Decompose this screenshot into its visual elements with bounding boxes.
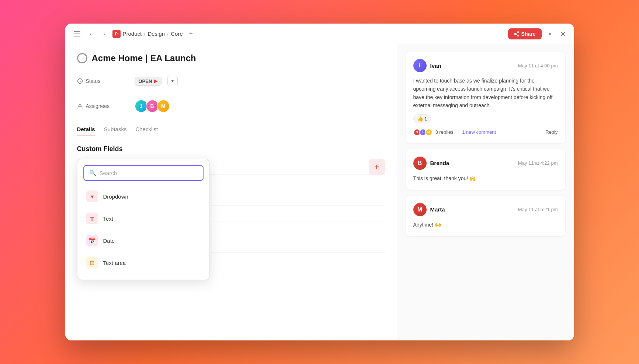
status-badge[interactable]: OPEN ▶	[135, 77, 162, 86]
comment-name-marta: Marta	[430, 206, 445, 213]
svg-rect-0	[74, 31, 80, 32]
assignees-icon	[77, 103, 83, 109]
svg-line-6	[515, 32, 517, 34]
comments-panel: I Ivan May 11 at 4:00 pm I wanted to tou…	[397, 44, 574, 340]
tab-bar-right: Share	[508, 28, 568, 39]
add-tab-button[interactable]: +	[186, 29, 196, 39]
status-row: Status OPEN ▶ ▾	[77, 72, 385, 90]
status-chevron[interactable]: ▾	[167, 76, 178, 86]
share-icon	[514, 31, 519, 36]
comment-header-brenda: B Brenda May 11 at 4:22 pm	[413, 157, 558, 170]
tab-checklist[interactable]: Checklist	[135, 122, 158, 136]
picker-item-textarea[interactable]: ⊟ Text area	[83, 252, 204, 274]
svg-point-5	[514, 33, 516, 35]
add-field-button[interactable]: +	[369, 159, 385, 175]
avatar-marta: M	[413, 203, 427, 216]
svg-line-7	[515, 34, 517, 35]
replies-count-ivan: 3 replies	[435, 129, 454, 135]
comment-footer-ivan: B I M 3 replies · 1 new comment Reply	[413, 129, 558, 136]
breadcrumb-core[interactable]: Core	[171, 31, 183, 37]
status-icon	[77, 78, 83, 84]
product-logo: P	[112, 30, 121, 38]
main-content: Acme Home | EA Launch Status OPEN ▶ ▾	[65, 44, 574, 340]
assignees-row: Assignees J B M	[77, 96, 385, 116]
assignees-label: Assignees	[77, 103, 129, 109]
comment-author-brenda: B Brenda	[413, 157, 449, 170]
app-window: ‹ › P Product / Design / Core +	[65, 24, 574, 340]
comment-name-brenda: Brenda	[430, 160, 449, 166]
reaction-ivan[interactable]: 👍 1	[413, 114, 431, 123]
comment-author-marta: M Marta	[413, 203, 445, 216]
dot-separator: ·	[456, 129, 458, 135]
forward-button[interactable]: ›	[99, 29, 110, 39]
status-circle-icon	[77, 53, 87, 63]
tab-bar-left: ‹ › P Product / Design / Core +	[71, 28, 505, 40]
breadcrumb-sep-1: /	[144, 31, 145, 37]
tab-details[interactable]: Details	[77, 122, 95, 136]
page-title: Acme Home | EA Launch	[92, 53, 196, 63]
comment-card-ivan: I Ivan May 11 at 4:00 pm I wanted to tou…	[406, 52, 565, 143]
search-icon: 🔍	[89, 169, 97, 176]
comment-name-ivan: Ivan	[430, 63, 441, 69]
comment-author-ivan: I Ivan	[413, 59, 441, 72]
assignees-list: J B M	[135, 99, 170, 113]
comment-body-ivan: I wanted to touch base as we finalize pl…	[413, 77, 558, 110]
picker-item-dropdown[interactable]: ▾ Dropdown	[83, 185, 204, 207]
tab-subtasks[interactable]: Subtasks	[104, 122, 127, 136]
breadcrumb-design[interactable]: Design	[147, 31, 165, 37]
status-arrow-icon: ▶	[154, 78, 157, 84]
page-title-row: Acme Home | EA Launch	[77, 53, 385, 63]
breadcrumb: P Product / Design / Core	[112, 30, 183, 38]
textarea-field-icon: ⊟	[86, 257, 98, 269]
minimize-button[interactable]	[545, 29, 555, 39]
left-panel: Acme Home | EA Launch Status OPEN ▶ ▾	[65, 44, 397, 340]
minimize-icon	[547, 31, 552, 36]
comment-header-marta: M Marta May 11 at 5:21 pm	[413, 203, 558, 216]
field-search-box: 🔍	[83, 165, 204, 181]
avatar-3: M	[157, 99, 170, 113]
reply-avatars-ivan: B I M	[413, 129, 433, 136]
back-button[interactable]: ‹	[86, 29, 96, 39]
comment-body-brenda: This is great, thank you! 🙌	[413, 174, 558, 182]
comment-header-ivan: I Ivan May 11 at 4:00 pm	[413, 59, 558, 72]
comment-time-marta: May 11 at 5:21 pm	[518, 207, 558, 212]
sidebar-toggle-button[interactable]	[71, 28, 83, 40]
reply-avatar-3: M	[425, 129, 433, 136]
field-search-input[interactable]	[100, 170, 198, 176]
comment-card-marta: M Marta May 11 at 5:21 pm Anytime! 🙌	[406, 196, 565, 236]
comment-body-marta: Anytime! 🙌	[413, 221, 558, 229]
avatar-brenda: B	[413, 157, 427, 170]
picker-item-text[interactable]: T Text	[83, 207, 204, 230]
svg-point-4	[517, 35, 519, 36]
picker-item-date[interactable]: 📅 Date	[83, 230, 204, 252]
svg-rect-2	[74, 36, 80, 36]
field-picker-panel: 🔍 ▾ Dropdown T Text 📅 Date	[77, 159, 210, 280]
close-button[interactable]	[558, 29, 568, 39]
svg-rect-1	[74, 34, 80, 34]
svg-point-3	[517, 31, 519, 33]
tab-bar: ‹ › P Product / Design / Core +	[65, 24, 574, 44]
comment-time-brenda: May 11 at 4:22 pm	[518, 160, 558, 166]
new-comment-link[interactable]: 1 new comment	[462, 129, 496, 135]
custom-fields-title: Custom Fields	[77, 145, 385, 153]
comment-card-brenda: B Brenda May 11 at 4:22 pm This is great…	[406, 149, 565, 190]
custom-fields-area: 📅 Project date $ Budget 🏷 Category 👤 Man…	[77, 159, 385, 253]
breadcrumb-product[interactable]: Product	[123, 31, 142, 37]
text-field-icon: T	[86, 213, 98, 224]
tab-list: Details Subtasks Checklist	[77, 122, 385, 136]
close-icon	[560, 31, 566, 36]
share-button[interactable]: Share	[508, 28, 542, 39]
comment-time-ivan: May 11 at 4:00 pm	[518, 63, 558, 69]
breadcrumb-sep-2: /	[167, 31, 169, 37]
dropdown-icon: ▾	[86, 190, 98, 202]
status-label: Status	[77, 78, 129, 84]
avatar-ivan: I	[413, 59, 427, 72]
date-field-icon: 📅	[86, 235, 98, 246]
reply-button-ivan[interactable]: Reply	[545, 129, 558, 135]
